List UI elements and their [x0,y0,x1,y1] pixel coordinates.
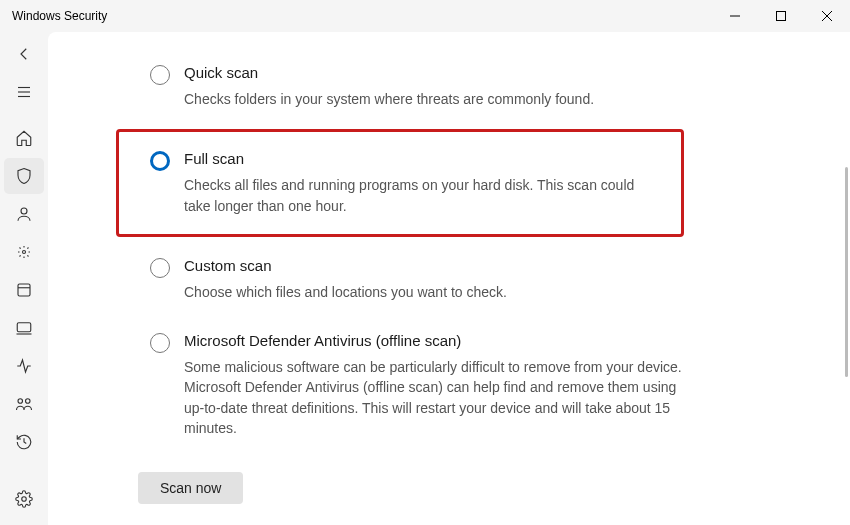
radio-full[interactable] [150,151,170,171]
titlebar: Windows Security [0,0,850,32]
svg-point-13 [18,399,23,404]
scan-option-quick[interactable]: Quick scan Checks folders in your system… [136,54,790,119]
main-area: Quick scan Checks folders in your system… [0,32,850,525]
option-title: Microsoft Defender Antivirus (offline sc… [184,332,776,349]
nav-home[interactable] [4,120,44,156]
nav-virus-protection[interactable] [4,158,44,194]
nav-family-options[interactable] [4,386,44,422]
nav-firewall[interactable] [4,234,44,270]
scan-option-custom[interactable]: Custom scan Choose which files and locat… [136,247,790,312]
menu-button[interactable] [4,74,44,110]
sidebar [0,32,48,525]
window-controls [712,0,850,32]
option-desc: Checks folders in your system where thre… [184,89,684,109]
svg-rect-1 [777,12,786,21]
back-button[interactable] [4,36,44,72]
close-button[interactable] [804,0,850,32]
svg-point-8 [23,251,26,254]
svg-point-14 [26,399,31,404]
nav-account-protection[interactable] [4,196,44,232]
window-title: Windows Security [12,9,712,23]
svg-point-7 [21,208,27,214]
svg-rect-9 [18,284,30,296]
svg-point-15 [22,497,27,502]
option-title: Full scan [184,150,641,167]
nav-settings[interactable] [4,481,44,517]
radio-quick[interactable] [150,65,170,85]
scan-option-offline[interactable]: Microsoft Defender Antivirus (offline sc… [136,322,790,448]
nav-app-browser[interactable] [4,272,44,308]
scan-option-full[interactable]: Full scan Checks all files and running p… [116,129,684,237]
scan-now-button[interactable]: Scan now [138,472,243,504]
option-desc: Checks all files and running programs on… [184,175,641,216]
nav-protection-history[interactable] [4,424,44,460]
maximize-button[interactable] [758,0,804,32]
svg-rect-11 [17,323,31,332]
option-title: Custom scan [184,257,776,274]
nav-device-performance[interactable] [4,348,44,384]
nav-device-security[interactable] [4,310,44,346]
radio-offline[interactable] [150,333,170,353]
minimize-button[interactable] [712,0,758,32]
option-desc: Choose which files and locations you wan… [184,282,684,302]
scrollbar-thumb[interactable] [845,167,848,377]
content-panel: Quick scan Checks folders in your system… [48,32,850,525]
option-title: Quick scan [184,64,776,81]
option-desc: Some malicious software can be particula… [184,357,684,438]
radio-custom[interactable] [150,258,170,278]
